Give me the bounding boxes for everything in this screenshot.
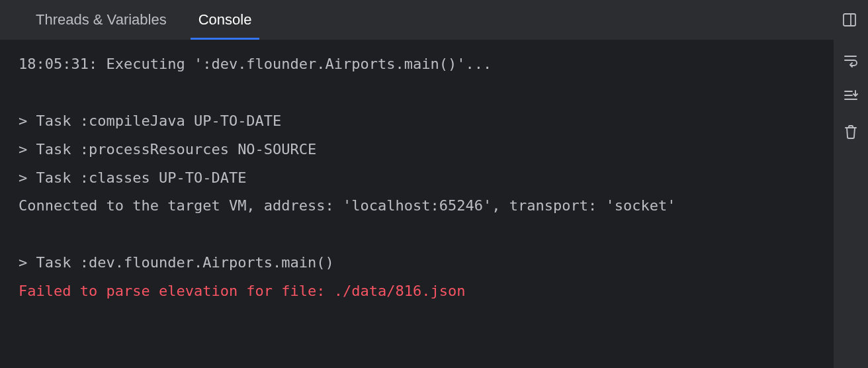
soft-wrap-icon[interactable] [842, 52, 859, 69]
layout-settings-icon[interactable] [842, 12, 857, 28]
console-line: > Task :processResources NO-SOURCE [19, 136, 815, 164]
console-line: Connected to the target VM, address: 'lo… [19, 192, 815, 220]
tab-threads-variables[interactable]: Threads & Variables [20, 0, 183, 40]
tab-label: Threads & Variables [36, 11, 167, 28]
console-line: Failed to parse elevation for file: ./da… [19, 277, 815, 306]
console-line: 18:05:31: Executing ':dev.flounder.Airpo… [19, 50, 815, 79]
console-line [19, 79, 815, 107]
console-toolbar [834, 40, 868, 368]
console-line: > Task :compileJava UP-TO-DATE [19, 107, 815, 136]
console-line: > Task :classes UP-TO-DATE [19, 164, 815, 193]
scroll-to-end-icon[interactable] [842, 87, 859, 105]
main-area: 18:05:31: Executing ':dev.flounder.Airpo… [0, 40, 868, 368]
console-line [19, 220, 815, 249]
svg-rect-0 [844, 14, 855, 26]
console-output[interactable]: 18:05:31: Executing ':dev.flounder.Airpo… [0, 40, 834, 368]
clear-icon[interactable] [842, 123, 859, 140]
debug-tabs-bar: Threads & Variables Console [0, 0, 868, 40]
console-line: > Task :dev.flounder.Airports.main() [19, 249, 815, 277]
tab-console[interactable]: Console [183, 0, 268, 40]
tab-label: Console [198, 11, 252, 28]
